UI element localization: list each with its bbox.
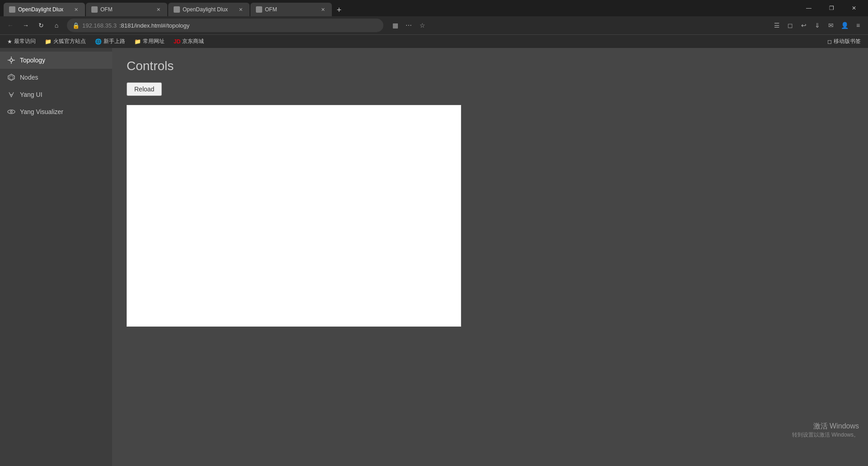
- tab-2[interactable]: OFM ✕: [86, 3, 167, 16]
- yang-visualizer-icon: [7, 108, 15, 116]
- sidebar-item-nodes[interactable]: Nodes: [0, 69, 112, 86]
- forward-button[interactable]: →: [19, 19, 33, 32]
- extensions-button[interactable]: ✉: [825, 19, 837, 32]
- main-content: Controls Reload: [112, 48, 868, 466]
- mobile-bookmarks-icon: ◻: [827, 38, 832, 45]
- topology-icon: [7, 56, 15, 64]
- bookmark-star-button[interactable]: ☆: [416, 19, 429, 32]
- bookmark-frequent-label: 最常访问: [14, 38, 36, 45]
- tab-4-favicon: [256, 6, 262, 13]
- tab-3-favicon: [174, 6, 180, 13]
- tab-3-close[interactable]: ✕: [237, 6, 244, 13]
- history-button[interactable]: ↩: [797, 19, 810, 32]
- url-port-path: :8181/index.html#/topology: [119, 22, 189, 29]
- nodes-icon: [7, 73, 15, 81]
- toolbar-right: ☰ ◻ ↩ ⇓ ✉ 👤 ≡: [770, 19, 864, 32]
- bookmark-newbie-label: 新手上路: [104, 38, 125, 45]
- bookmark-frequent[interactable]: ★ 最常访问: [4, 37, 39, 46]
- controls-title: Controls: [127, 59, 854, 73]
- reload-nav-button[interactable]: ↻: [34, 19, 48, 32]
- home-button[interactable]: ⌂: [50, 19, 63, 32]
- tab-1-favicon: [9, 6, 15, 13]
- tab-3[interactable]: OpenDaylight Dlux ✕: [168, 3, 250, 16]
- bookmark-firefox[interactable]: 📁 火狐官方站点: [41, 37, 90, 46]
- qr-button[interactable]: ▦: [389, 19, 401, 32]
- tab-groups-button[interactable]: ◻: [784, 19, 797, 32]
- app-container: Topology Nodes Yang UI: [0, 48, 868, 466]
- sidebar-item-yang-ui[interactable]: Yang UI: [0, 86, 112, 103]
- bookmark-common[interactable]: 📁 常用网址: [131, 37, 168, 46]
- mobile-bookmarks-button[interactable]: ◻ 移动版书签: [824, 37, 864, 46]
- tab-1-label: OpenDaylight Dlux: [18, 6, 63, 13]
- sidebar-item-yang-visualizer-label: Yang Visualizer: [20, 108, 63, 115]
- tab-2-close[interactable]: ✕: [155, 6, 162, 13]
- title-bar: OpenDaylight Dlux ✕ OFM ✕ OpenDaylight D…: [0, 0, 868, 16]
- bookmark-firefox-label: 火狐官方站点: [53, 38, 86, 45]
- tab-4-label: OFM: [265, 6, 277, 13]
- tab-2-favicon: [91, 6, 98, 13]
- tabs-area: OpenDaylight Dlux ✕ OFM ✕ OpenDaylight D…: [4, 0, 795, 16]
- new-tab-button[interactable]: +: [333, 4, 345, 16]
- window-controls: — ❐ ✕: [798, 0, 864, 16]
- more-button[interactable]: ⋯: [402, 19, 415, 32]
- url-bar[interactable]: 🔒 192.168.35.3 :8181/index.html#/topolog…: [67, 19, 383, 32]
- bookmark-common-icon: 📁: [134, 38, 141, 45]
- collections-button[interactable]: ☰: [770, 19, 783, 32]
- topology-canvas: [127, 105, 461, 327]
- maximize-button[interactable]: ❐: [821, 0, 842, 16]
- svg-marker-6: [9, 76, 13, 80]
- bookmark-frequent-icon: ★: [7, 38, 12, 45]
- address-bar: ← → ↻ ⌂ 🔒 192.168.35.3 :8181/index.html#…: [0, 16, 868, 34]
- account-button[interactable]: 👤: [838, 19, 851, 32]
- tab-3-label: OpenDaylight Dlux: [183, 6, 228, 13]
- mobile-bookmarks-label: 移动版书签: [834, 38, 861, 45]
- settings-button[interactable]: ≡: [852, 19, 864, 32]
- bookmark-newbie[interactable]: 🌐 新手上路: [91, 37, 129, 46]
- bookmark-common-label: 常用网址: [143, 38, 165, 45]
- bookmark-firefox-icon: 📁: [45, 38, 52, 45]
- sidebar-item-yang-visualizer[interactable]: Yang Visualizer: [0, 103, 112, 120]
- url-scheme: 192.168.35.3: [82, 22, 117, 29]
- tab-4[interactable]: OFM ✕: [250, 3, 332, 16]
- bookmark-newbie-icon: 🌐: [95, 38, 102, 45]
- tab-4-close[interactable]: ✕: [319, 6, 326, 13]
- svg-point-8: [8, 110, 15, 114]
- tab-1-close[interactable]: ✕: [72, 6, 80, 13]
- sidebar-item-nodes-label: Nodes: [20, 74, 38, 81]
- sidebar-item-topology-label: Topology: [20, 57, 45, 64]
- svg-point-0: [10, 59, 13, 62]
- security-icon: 🔒: [72, 22, 80, 29]
- sidebar: Topology Nodes Yang UI: [0, 48, 112, 466]
- address-actions: ▦ ⋯ ☆: [389, 19, 429, 32]
- bookmark-jd[interactable]: JD 京东商城: [170, 37, 208, 46]
- tab-2-label: OFM: [100, 6, 113, 13]
- bookmark-jd-label: 京东商城: [182, 38, 204, 45]
- downloads-button[interactable]: ⇓: [811, 19, 824, 32]
- svg-point-9: [10, 111, 12, 113]
- back-button[interactable]: ←: [4, 19, 17, 32]
- tab-1[interactable]: OpenDaylight Dlux ✕: [4, 3, 85, 16]
- bookmark-jd-icon: JD: [174, 38, 180, 45]
- reload-button[interactable]: Reload: [127, 82, 162, 96]
- sidebar-item-yang-ui-label: Yang UI: [20, 91, 42, 98]
- close-button[interactable]: ✕: [844, 0, 864, 16]
- sidebar-item-topology[interactable]: Topology: [0, 52, 112, 69]
- bookmarks-bar: ★ 最常访问 📁 火狐官方站点 🌐 新手上路 📁 常用网址 JD 京东商城 ◻ …: [0, 34, 868, 48]
- minimize-button[interactable]: —: [798, 0, 819, 16]
- yang-ui-icon: [7, 90, 15, 99]
